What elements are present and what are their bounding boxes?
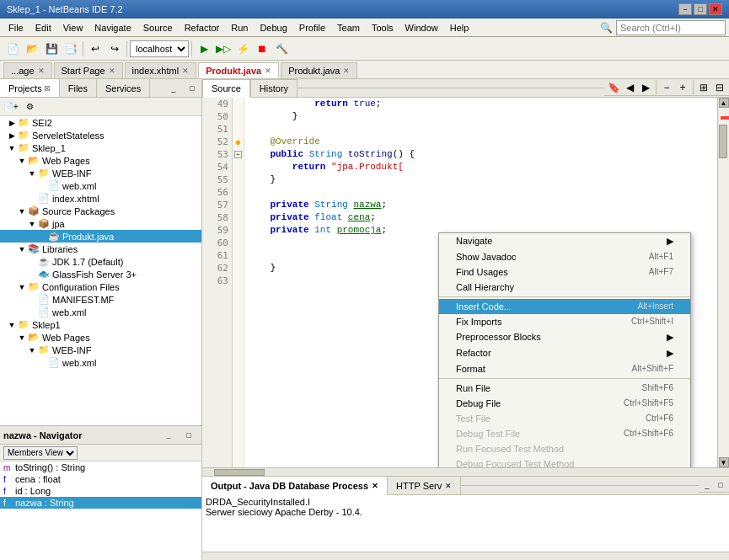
ctx-call-hierarchy[interactable]: Call Hierarchy [439, 280, 690, 295]
save-all-btn[interactable]: 📑 [62, 40, 80, 58]
nav-minimize[interactable]: _ [159, 426, 178, 445]
ctx-debug-file[interactable]: Debug File Ctrl+Shift+F5 [439, 396, 690, 411]
minimize-button[interactable]: − [678, 3, 692, 15]
menu-navigate[interactable]: Navigate [89, 21, 136, 35]
tree-item-webinf2[interactable]: ▼ 📁 WEB-INF [0, 344, 201, 356]
prev-bookmark[interactable]: ◀ [622, 80, 637, 95]
redo-btn[interactable]: ↪ [105, 40, 124, 58]
tree-item-sklep1b[interactable]: ▼ 📁 Sklep1 [0, 318, 201, 331]
maximize-button[interactable]: □ [694, 3, 707, 15]
tree-item-webinf[interactable]: ▼ 📁 WEB-INF [0, 167, 201, 179]
next-bookmark[interactable]: ▶ [638, 80, 653, 95]
tree-item-produktjava[interactable]: ☕ Produkt.java [0, 230, 201, 243]
zoom-in[interactable]: + [675, 80, 690, 95]
menu-edit[interactable]: Edit [30, 21, 56, 35]
output-tab-close[interactable]: ✕ [372, 482, 378, 490]
tree-item-libraries[interactable]: ▼ 📚 Libraries [0, 243, 201, 255]
output-minimize[interactable]: _ [700, 478, 714, 492]
menu-tools[interactable]: Tools [367, 21, 399, 35]
profile-btn[interactable]: ⚡ [233, 40, 252, 58]
members-view-select[interactable]: Members View [3, 446, 78, 460]
ctx-preprocessor[interactable]: Preprocessor Blocks ▶ [439, 329, 690, 345]
ctx-run-file[interactable]: Run File Shift+F6 [439, 381, 690, 396]
tree-item-webpages[interactable]: ▼ 📂 Web Pages [0, 154, 201, 167]
tab-produkt2-close[interactable]: ✕ [343, 67, 350, 75]
menu-view[interactable]: View [58, 21, 88, 35]
tree-item-servelet[interactable]: ▶ 📁 ServeletStateless [0, 129, 201, 141]
output-maximize[interactable]: □ [714, 478, 727, 492]
fold-marker-53[interactable]: − [234, 151, 242, 158]
tab-files[interactable]: Files [60, 79, 97, 97]
expand[interactable]: ⊞ [696, 80, 711, 95]
http-tab-close[interactable]: ✕ [445, 482, 452, 490]
tree-item-webxml1[interactable]: 📄 web.xml [0, 179, 201, 192]
panel-minimize[interactable]: _ [164, 79, 183, 98]
nav-item-tostring[interactable]: m toString() : String [0, 461, 201, 473]
tree-item-sei2[interactable]: ▶ 📁 SEI2 [0, 116, 201, 129]
tree-item-webxml2[interactable]: 📄 web.xml [0, 306, 201, 318]
tab-indexxhtml-close[interactable]: ✕ [182, 67, 189, 75]
menu-file[interactable]: File [3, 21, 29, 35]
tree-item-webpages2[interactable]: ▼ 📂 Web Pages [0, 331, 201, 344]
tree-item-configfiles[interactable]: ▼ 📁 Configuration Files [0, 280, 201, 293]
search-input[interactable] [616, 20, 726, 35]
menu-run[interactable]: Run [226, 21, 253, 35]
tree-item-glassfish[interactable]: 🐟 GlassFish Server 3+ [0, 268, 201, 280]
ctx-find-usages[interactable]: Find Usages Alt+F7 [439, 264, 690, 280]
menu-window[interactable]: Window [400, 21, 443, 35]
panel-maximize[interactable]: □ [183, 79, 201, 98]
scroll-up[interactable]: ▲ [719, 98, 729, 108]
scroll-thumb[interactable] [719, 125, 727, 158]
run-btn[interactable]: ▶ [195, 40, 213, 58]
new-project-btn[interactable]: 📄 [3, 40, 22, 58]
tab-projects[interactable]: Projects ⊠ [0, 79, 60, 97]
ctx-refactor[interactable]: Refactor ▶ [439, 345, 690, 361]
open-btn[interactable]: 📂 [23, 40, 41, 58]
editor-hscroll[interactable] [202, 467, 729, 476]
tree-item-manifest[interactable]: 📄 MANIFEST.MF [0, 293, 201, 306]
scroll-down[interactable]: ▼ [719, 457, 729, 467]
clean-build-btn[interactable]: 🔨 [272, 40, 291, 58]
ctx-show-javadoc[interactable]: Show Javadoc Alt+F1 [439, 249, 690, 264]
nav-item-nazwa[interactable]: f nazwa : String [0, 497, 201, 509]
menu-help[interactable]: Help [445, 21, 474, 35]
nav-item-id[interactable]: f id : Long [0, 485, 201, 497]
collapse[interactable]: ⊟ [712, 80, 727, 95]
stop-btn[interactable]: ⏹ [253, 40, 271, 58]
tab-http-server[interactable]: HTTP Serv ✕ [388, 477, 461, 495]
tree-item-sourcepackages[interactable]: ▼ 📦 Source Packages [0, 205, 201, 217]
nav-maximize[interactable]: □ [180, 426, 198, 445]
undo-btn[interactable]: ↩ [86, 40, 105, 58]
debug-btn[interactable]: ▶▷ [214, 40, 233, 58]
tree-item-webxml3[interactable]: 📄 web.xml [0, 356, 201, 369]
properties-btn[interactable]: ⚙ [20, 98, 39, 116]
tab-services[interactable]: Services [97, 79, 150, 97]
tab-produktjava-2[interactable]: Produkt.java ✕ [281, 62, 357, 78]
tree-item-indexxhtml[interactable]: 📄 index.xhtml [0, 192, 201, 205]
menu-profile[interactable]: Profile [294, 21, 330, 35]
new-file-btn[interactable]: 📄+ [2, 98, 20, 116]
hscroll-thumb[interactable] [214, 469, 265, 476]
zoom-out[interactable]: − [659, 80, 674, 95]
ctx-navigate[interactable]: Navigate ▶ [439, 233, 690, 249]
tab-indexxhtml[interactable]: index.xhtml ✕ [125, 62, 197, 78]
tab-source[interactable]: Source [202, 79, 250, 98]
toggle-bookmark[interactable]: 🔖 [606, 80, 621, 95]
tree-item-jpa[interactable]: ▼ 📦 jpa [0, 217, 201, 230]
server-combo[interactable]: localhost [130, 40, 189, 57]
tab-startpage-close[interactable]: ✕ [109, 67, 115, 75]
menu-team[interactable]: Team [332, 21, 365, 35]
nav-item-cena[interactable]: f cena : float [0, 473, 201, 485]
tab-age[interactable]: ...age ✕ [3, 62, 52, 78]
tab-startpage[interactable]: Start Page ✕ [54, 62, 123, 78]
editor-scrollbar[interactable]: ▲ ▼ [717, 98, 729, 467]
ctx-insert-code[interactable]: Insert Code... Alt+Insert [439, 299, 690, 314]
tab-output-java[interactable]: Output - Java DB Database Process ✕ [202, 477, 388, 495]
tree-item-sklep1[interactable]: ▼ 📁 Sklep_1 [0, 141, 201, 154]
tab-produktjava-1[interactable]: Produkt.java ✕ [198, 62, 279, 78]
output-hscroll[interactable] [202, 552, 729, 560]
menu-source[interactable]: Source [138, 21, 178, 35]
save-btn[interactable]: 💾 [42, 40, 61, 58]
ctx-fix-imports[interactable]: Fix Imports Ctrl+Shift+I [439, 314, 690, 329]
tab-produkt1-close[interactable]: ✕ [265, 67, 271, 75]
